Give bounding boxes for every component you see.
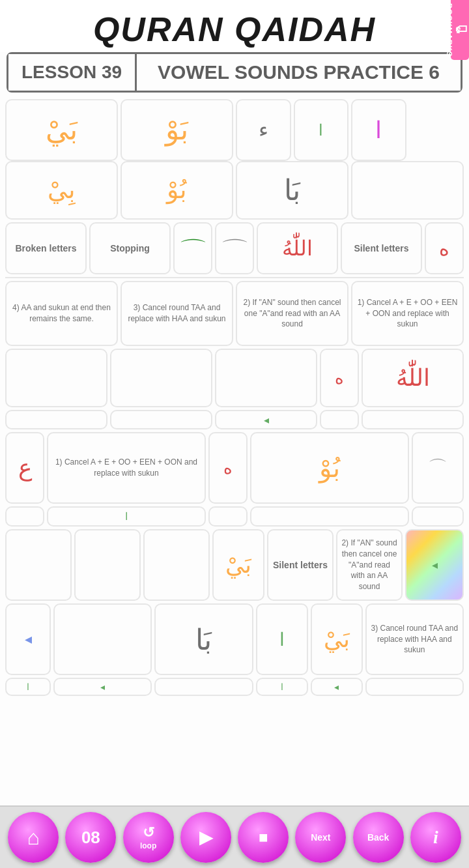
bookmark-icon: 🏷	[453, 3, 467, 55]
home-button[interactable]: ⌂	[8, 812, 59, 863]
bookmark-button[interactable]: 🏷 BOOKMARKS	[451, 0, 469, 60]
bottom-navigation: ⌂ 08 ↺ loop ▶ ■ Next Back i	[0, 805, 469, 868]
info-button[interactable]: i	[410, 812, 461, 863]
back-button[interactable]: Back	[353, 812, 404, 863]
page-number-button[interactable]: 08	[65, 812, 116, 863]
stop-icon: ■	[259, 828, 268, 846]
next-label: Next	[311, 832, 330, 843]
stop-button[interactable]: ■	[238, 812, 289, 863]
next-button[interactable]: Next	[295, 812, 346, 863]
page-number: 08	[81, 828, 100, 848]
play-icon: ▶	[199, 828, 212, 848]
loop-button[interactable]: ↺ loop	[123, 812, 174, 863]
home-icon: ⌂	[27, 826, 39, 850]
loop-icon: ↺	[143, 824, 154, 841]
back-label: Back	[367, 832, 389, 843]
info-icon: i	[433, 827, 438, 848]
loop-label: loop	[140, 841, 156, 850]
green-squiggle-icon: ⌒	[178, 235, 208, 262]
header: QURAN QAIDAH 🏷 BOOKMARKS	[0, 0, 469, 52]
play-button[interactable]: ▶	[180, 812, 231, 863]
app-title: QURAN QAIDAH	[0, 10, 469, 49]
gray-squiggle-icon: ⌒	[220, 235, 249, 262]
